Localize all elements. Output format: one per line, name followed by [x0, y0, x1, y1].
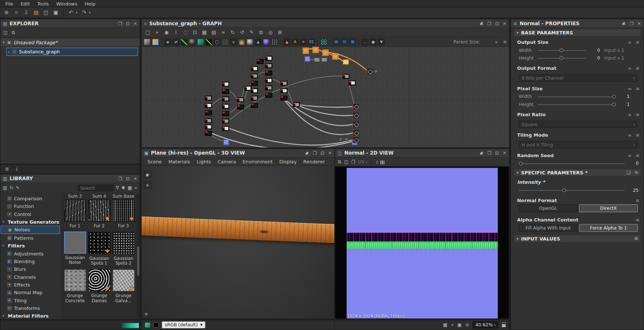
expose-parameter-icon[interactable]: ∞ — [628, 65, 632, 71]
more-chevrons-icon[interactable]: » — [495, 39, 498, 45]
splatter-icon[interactable]: ✱ — [300, 38, 307, 45]
copy-parameters-icon[interactable]: ❏ — [627, 170, 631, 175]
info-tab-icon[interactable]: i — [16, 166, 17, 172]
dock-panel-icon[interactable]: ⊡ — [495, 21, 499, 26]
view3d-menu-renderer[interactable]: Renderer — [300, 159, 328, 164]
library-tree-item-effects[interactable]: ✦Effects — [0, 281, 61, 288]
fill-alpha-button[interactable]: Fill Alpha With Input — [519, 224, 577, 232]
graph-node[interactable] — [353, 121, 359, 128]
camera-icon[interactable]: ◉ — [144, 171, 151, 178]
float-panel-icon[interactable]: ❐ — [487, 151, 492, 156]
focus-icon[interactable]: ◎ — [266, 29, 275, 36]
float-panel-icon[interactable]: ❐ — [118, 176, 122, 181]
save-image-icon[interactable]: ◫ — [344, 159, 349, 165]
graph-node[interactable] — [237, 97, 244, 102]
graph-node[interactable] — [280, 81, 287, 86]
viewport-options-icon[interactable]: ❖ — [144, 311, 148, 317]
pin-node-icon[interactable]: ▼ — [378, 38, 385, 45]
graph-node[interactable] — [244, 86, 251, 91]
info-icon[interactable]: i — [376, 159, 377, 165]
float-panel-icon[interactable]: ❐ — [630, 21, 634, 26]
copy-image-icon[interactable]: ❐ — [351, 159, 355, 165]
library-tree-item-channels[interactable]: ≣Channels — [0, 273, 61, 281]
search-input[interactable] — [78, 185, 114, 191]
graph-node[interactable] — [237, 105, 244, 109]
save-all-icon[interactable]: ▣ — [52, 8, 60, 16]
graph-node[interactable] — [251, 66, 258, 71]
blend-icon[interactable]: ◆ — [164, 38, 171, 45]
comment-icon[interactable]: … — [361, 38, 368, 45]
width-slider[interactable] — [538, 48, 586, 53]
view-mode-icon[interactable]: ▦ — [128, 185, 132, 191]
library-tree-item-control[interactable]: ✦Control — [0, 210, 61, 218]
library-tree-item-noises[interactable]: ▦Noises — [0, 226, 60, 234]
library-item-gaussian-spots-2[interactable]: Gaussian Spots 2 — [111, 231, 135, 265]
sphere-icon[interactable] — [246, 38, 253, 45]
graph-node[interactable] — [222, 104, 229, 109]
library-tree-item-material-filters[interactable]: ▾Material Filters — [0, 312, 61, 319]
filter-icon[interactable]: ∇ — [116, 185, 119, 191]
refresh-icon[interactable]: ↻ — [10, 185, 13, 191]
scrollbar-thumb[interactable] — [137, 246, 139, 276]
gradient-map-icon[interactable] — [189, 38, 196, 45]
close-panel-icon[interactable]: ✕ — [133, 176, 137, 181]
output-format-dropdown[interactable]: 8 Bits per Channel ▾ — [519, 74, 638, 81]
view3d-menu-display[interactable]: Display — [276, 159, 300, 164]
expose-parameter-icon[interactable]: ∞ — [628, 112, 632, 117]
library-item-fur-3[interactable]: Fur 3 — [111, 199, 135, 228]
colorspace-select[interactable]: sRGB (default) ▼ — [162, 321, 205, 328]
graph-node[interactable] — [251, 96, 258, 100]
opengl-button[interactable]: OpenGL — [519, 204, 577, 212]
parameter-menu-icon[interactable]: ≡ — [636, 39, 639, 45]
dock-panel-icon[interactable]: ⊡ — [126, 176, 129, 181]
tiling-mode-dropdown[interactable]: H and V Tiling ▾ — [519, 141, 638, 148]
graph-node[interactable] — [222, 111, 229, 116]
height-slider[interactable] — [538, 56, 586, 60]
clouds-icon[interactable] — [238, 38, 245, 45]
library-item-gaussian-spots-1[interactable]: Gaussian Spots 1 — [87, 231, 111, 265]
graph-node[interactable] — [205, 110, 212, 115]
graph-node[interactable] — [265, 93, 272, 98]
library-item-grunge-damas[interactable]: Grunge Damas — [87, 269, 111, 303]
library-tree-item-transforms[interactable]: ⊡Transforms — [0, 304, 61, 312]
library-tree-item-adjustments[interactable]: ◐Adjustments — [0, 250, 61, 257]
transform-2d-icon[interactable]: ⊞ — [333, 38, 340, 45]
graph-item-row[interactable]: ▸ ⊡ Substance_graph — [6, 48, 138, 56]
graph-canvas[interactable] — [142, 47, 509, 147]
redo-icon[interactable]: ↷ — [80, 8, 88, 16]
screenshot-icon[interactable]: ◉ — [162, 29, 171, 36]
graph-node[interactable] — [222, 119, 229, 124]
view2d-viewport[interactable]: 1024 x 1024 (RGBA, 16bpc) — [335, 167, 509, 319]
levels-icon[interactable] — [206, 38, 212, 45]
crop-icon[interactable]: ⊠ — [349, 38, 356, 45]
force-alpha-button[interactable]: Force Alpha To 1 — [579, 224, 638, 232]
light-icon[interactable]: ☀ — [144, 181, 151, 189]
pyramid-icon[interactable]: ▲ — [255, 38, 261, 45]
graph-node[interactable] — [222, 89, 229, 94]
graph-node[interactable] — [280, 88, 287, 93]
package-row[interactable]: ▾ ▦ Unsaved Package* — [0, 39, 140, 46]
align-icon[interactable]: ▤ — [210, 29, 218, 36]
graph-node[interactable] — [353, 112, 359, 119]
library-tree-item-function[interactable]: ƒFunction — [0, 202, 61, 210]
graph-node[interactable] — [323, 50, 328, 56]
svg-icon[interactable] — [152, 38, 159, 45]
select-icon[interactable]: ▢ — [143, 29, 152, 36]
library-item-fur-2[interactable]: Fur 2 — [87, 199, 111, 228]
float-panel-icon[interactable]: ❐ — [487, 21, 492, 26]
material-layers-icon[interactable] — [145, 322, 150, 327]
compute-icon[interactable]: ↻ — [228, 29, 237, 36]
open-icon[interactable]: ▤ — [32, 8, 40, 16]
close-panel-icon[interactable]: ✕ — [637, 21, 641, 26]
expose-parameter-icon[interactable]: ∞ — [628, 153, 632, 158]
value-icon[interactable]: 01 — [308, 38, 315, 45]
graph-node[interactable] — [222, 96, 229, 101]
section-base-parameters[interactable]: ▾ BASE PARAMETERS — [514, 29, 641, 37]
fit-icon[interactable]: ⊡ — [191, 29, 199, 36]
background-color-swatch[interactable] — [154, 322, 158, 327]
favorites-icon[interactable]: ✱ — [121, 185, 125, 191]
expose-parameter-icon[interactable]: ∞ — [628, 86, 632, 91]
width-slider[interactable] — [538, 94, 615, 99]
height-slider[interactable] — [538, 102, 615, 107]
graph-node[interactable] — [333, 54, 338, 59]
